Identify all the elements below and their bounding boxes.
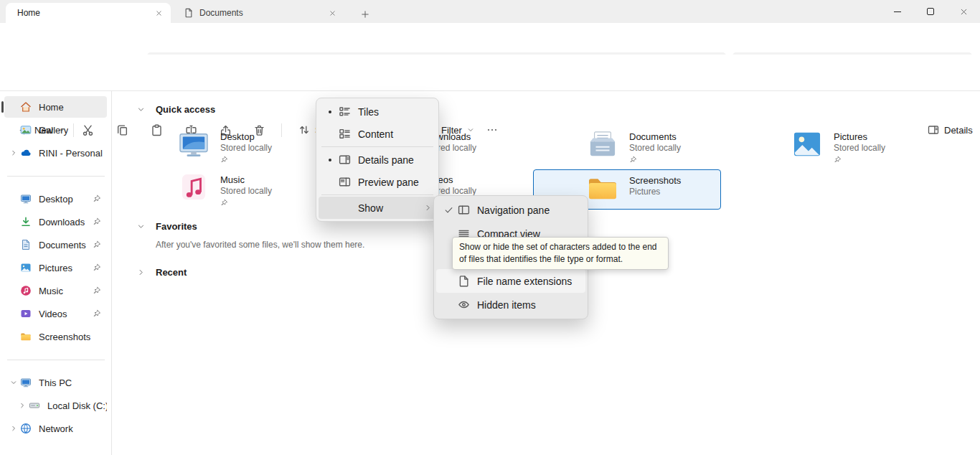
menu-item-navigation-pane[interactable]: Navigation pane [436, 198, 585, 222]
tile-pictures[interactable]: Pictures Stored locally [791, 131, 885, 164]
tile-name: Documents [629, 131, 681, 143]
documents-icon [20, 239, 32, 250]
sidebar-item-pictures[interactable]: Pictures [4, 257, 107, 278]
more-options-button[interactable] [479, 118, 505, 141]
favorites-collapse-chevron[interactable] [135, 220, 146, 232]
expand-chevron-icon[interactable] [7, 425, 20, 432]
sidebar-item-desktop[interactable]: Desktop [4, 188, 107, 210]
collapse-chevron-icon[interactable] [7, 379, 20, 386]
sidebar-item-this-pc[interactable]: This PC [4, 372, 107, 393]
tiles-icon [339, 105, 351, 118]
pin-icon [629, 156, 637, 164]
tile-documents[interactable]: Documents Stored locally [586, 131, 681, 164]
sidebar-item-screenshots[interactable]: Screenshots [4, 326, 107, 347]
view-dropdown-menu: Tiles Content Details pane Preview pane … [316, 98, 439, 222]
details-button-label: Details [944, 125, 973, 136]
sidebar-item-local-disk[interactable]: Local Disk (C:) [4, 395, 107, 416]
tile-name: Music [220, 174, 272, 186]
favorites-empty-text: After you've favorited some files, we'll… [156, 240, 364, 250]
menu-item-preview-pane[interactable]: Preview pane [319, 171, 436, 193]
tile-subtitle: Stored locally [834, 143, 885, 154]
favorites-header[interactable]: Favorites [156, 221, 197, 232]
onedrive-icon [20, 147, 32, 159]
window-controls [881, 0, 980, 23]
tile-subtitle: Stored locally [629, 143, 681, 154]
recent-header[interactable]: Recent [156, 267, 187, 278]
sidebar-item-music[interactable]: Music [4, 280, 107, 301]
sidebar-item-network[interactable]: Network [4, 418, 107, 439]
details-button[interactable]: Details [920, 118, 980, 141]
menu-item-label: Hidden items [477, 299, 536, 311]
tab-home[interactable]: Home [6, 3, 171, 23]
maximize-icon [927, 8, 934, 15]
tab-home-label: Home [17, 8, 152, 18]
content-icon [339, 128, 351, 140]
sidebar-item-label: Screenshots [39, 332, 90, 342]
sidebar-separator [7, 360, 105, 360]
eye-icon [458, 299, 470, 311]
menu-item-tiles[interactable]: Tiles [319, 100, 436, 123]
new-tab-button[interactable] [357, 6, 373, 22]
menu-item-label: Tiles [358, 106, 379, 118]
tile-subtitle: Stored locally [220, 143, 272, 154]
sidebar-item-videos[interactable]: Videos [4, 303, 107, 324]
copy-button[interactable] [110, 118, 133, 141]
sidebar-item-label: Local Disk (C:) [47, 400, 107, 411]
quick-access-header[interactable]: Quick access [156, 104, 215, 115]
maximize-button[interactable] [914, 0, 947, 23]
toolbar-divider [281, 123, 282, 137]
close-button[interactable] [947, 0, 980, 23]
sidebar-item-gallery[interactable]: Gallery [4, 119, 107, 141]
sidebar-item-home[interactable]: Home [4, 96, 107, 118]
music-icon [20, 285, 32, 296]
folder-icon [586, 174, 619, 202]
details-pane-icon [928, 124, 939, 136]
minimize-icon [894, 11, 901, 12]
expand-chevron-icon[interactable] [16, 402, 29, 409]
sidebar-item-downloads[interactable]: Downloads [4, 211, 107, 233]
tile-music[interactable]: Music Stored locally [177, 174, 272, 207]
expand-chevron-icon[interactable] [7, 149, 20, 156]
pin-icon [220, 199, 228, 207]
tile-subtitle: Stored locally [220, 186, 272, 197]
sidebar-item-onedrive[interactable]: RINI - Personal [4, 142, 107, 164]
more-icon [486, 124, 498, 136]
pin-icon [93, 194, 101, 203]
file-icon [458, 275, 470, 287]
menu-item-label: Preview pane [358, 177, 419, 188]
sidebar-item-label: Desktop [39, 194, 73, 205]
tile-desktop[interactable]: Desktop Stored locally [177, 131, 272, 164]
sidebar-item-documents[interactable]: Documents [4, 234, 107, 255]
this-pc-icon [20, 377, 32, 388]
menu-item-content[interactable]: Content [319, 123, 436, 145]
music-icon [177, 174, 210, 201]
menu-item-details-pane[interactable]: Details pane [319, 149, 436, 171]
tile-name: Pictures [834, 131, 885, 143]
downloads-icon [20, 216, 32, 228]
menu-item-file-name-extensions[interactable]: File name extensions [436, 269, 585, 293]
navigation-pane-icon [458, 204, 470, 216]
folder-icon [20, 332, 32, 342]
menu-item-hidden-items[interactable]: Hidden items [436, 293, 585, 316]
gallery-icon [20, 124, 32, 136]
sidebar-item-label: Pictures [39, 263, 72, 273]
document-icon [184, 8, 194, 18]
tooltip: Show or hide the set of characters added… [452, 237, 669, 270]
pin-icon [220, 156, 228, 164]
menu-item-show[interactable]: Show [319, 197, 436, 219]
home-icon [20, 101, 32, 113]
sidebar-item-label: Downloads [39, 217, 85, 228]
tab-documents[interactable]: Documents [175, 3, 344, 23]
paste-button[interactable] [145, 118, 168, 141]
menu-item-label: Details pane [358, 154, 414, 166]
radio-selected-dot [324, 159, 336, 161]
recent-expand-chevron[interactable] [135, 266, 146, 278]
tab-close-icon[interactable] [152, 6, 165, 19]
menu-separator [321, 194, 433, 195]
tile-screenshots[interactable]: Screenshots Pictures [586, 174, 681, 202]
pin-icon [93, 263, 101, 272]
pin-icon [93, 286, 101, 295]
quick-access-collapse-chevron[interactable] [135, 103, 146, 115]
tab-close-icon[interactable] [326, 6, 339, 19]
minimize-button[interactable] [881, 0, 914, 23]
